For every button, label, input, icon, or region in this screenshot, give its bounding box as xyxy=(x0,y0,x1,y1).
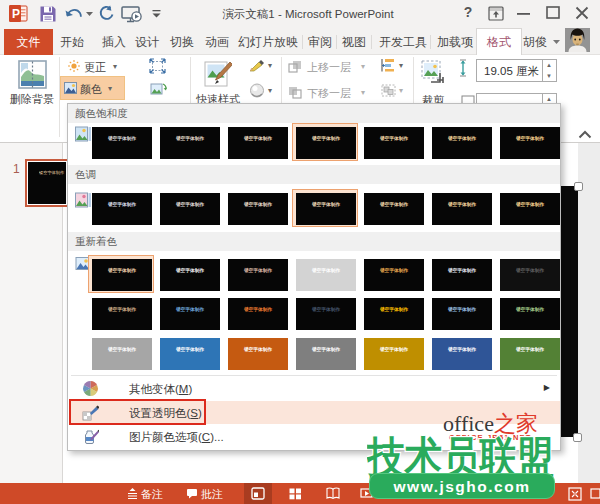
tab-file[interactable]: 文件 xyxy=(4,29,53,55)
color-thumbnail[interactable]: 镂空字体制作 xyxy=(500,127,560,159)
picture-border-icon[interactable] xyxy=(249,58,264,72)
tab-review[interactable]: 审阅 xyxy=(308,29,332,55)
selection-handle-top-right[interactable] xyxy=(574,182,583,191)
color-thumbnail[interactable]: 镂空字体制作 xyxy=(228,193,288,225)
align-objects-icon[interactable] xyxy=(381,58,395,72)
remove-background-button[interactable]: 删除背景 xyxy=(4,56,60,106)
color-thumbnail[interactable]: 镂空字体制作 xyxy=(364,127,424,159)
spin-up-icon[interactable]: ▲ xyxy=(546,96,552,102)
picture-effects-icon[interactable] xyxy=(249,83,265,98)
spin-down-icon[interactable]: ▼ xyxy=(546,73,552,79)
undo-dropdown-icon[interactable] xyxy=(86,12,93,17)
color-thumbnail[interactable]: 镂空字体制作 xyxy=(92,298,152,330)
color-thumbnail[interactable]: 镂空字体制作 xyxy=(432,127,492,159)
user-name[interactable]: 胡俊 xyxy=(523,29,547,55)
powerpoint-app-icon[interactable]: P xyxy=(8,3,29,24)
crop-button[interactable]: 裁剪 xyxy=(417,57,449,105)
color-thumbnail[interactable]: 镂空字体制作 xyxy=(432,259,492,291)
undo-icon[interactable] xyxy=(65,6,82,21)
color-thumbnail[interactable]: 镂空字体制作 xyxy=(228,298,288,330)
change-picture-icon[interactable] xyxy=(150,81,167,97)
color-button-pressed[interactable]: 颜色 ▾ xyxy=(60,76,125,100)
color-thumbnail[interactable]: 镂空字体制作 xyxy=(364,338,424,370)
ribbon-display-options-icon[interactable] xyxy=(488,6,504,21)
bring-forward-button[interactable]: 上移一层 ▾ xyxy=(285,58,373,75)
picture-color-options-icon xyxy=(82,428,99,445)
tab-view[interactable]: 视图 xyxy=(342,29,366,55)
tab-transitions[interactable]: 切换 xyxy=(170,29,194,55)
height-spin-buttons[interactable]: ▲▼ xyxy=(542,60,556,81)
color-thumbnail[interactable]: 镂空字体制作 xyxy=(160,259,220,291)
color-thumbnail[interactable]: 镂空字体制作 xyxy=(296,259,356,291)
gallery-section-title: 颜色饱和度 xyxy=(75,107,128,121)
tab-home[interactable]: 开始 xyxy=(60,29,84,55)
height-value[interactable]: 19.05 厘米 xyxy=(484,64,539,79)
color-thumbnail[interactable]: 镂空字体制作 xyxy=(364,298,424,330)
help-button[interactable]: ? xyxy=(460,4,476,20)
align-dropdown-icon[interactable]: ▾ xyxy=(399,61,403,70)
comments-icon[interactable] xyxy=(186,488,198,499)
color-thumbnail[interactable]: 镂空字体制作 xyxy=(92,193,152,225)
color-thumbnail[interactable]: 镂空字体制作 xyxy=(92,338,152,370)
tab-insert[interactable]: 插入 xyxy=(102,29,126,55)
group-objects-icon[interactable] xyxy=(381,84,396,97)
tab-addins[interactable]: 加载项 xyxy=(437,29,473,55)
comments-button[interactable]: 批注 xyxy=(201,487,223,502)
send-backward-button[interactable]: 下移一层 ▾ xyxy=(285,84,373,101)
start-slideshow-icon[interactable] xyxy=(121,6,144,23)
color-thumbnail[interactable]: 镂空字体制作 xyxy=(228,338,288,370)
color-thumbnail[interactable]: 镂空字体制作 xyxy=(160,338,220,370)
color-thumbnail[interactable]: 镂空字体制作 xyxy=(500,338,560,370)
color-thumbnail[interactable]: 镂空字体制作 xyxy=(160,193,220,225)
color-thumbnail[interactable]: 镂空字体制作 xyxy=(296,338,356,370)
corrections-button[interactable]: 更正 ▾ xyxy=(63,57,127,75)
color-thumbnail[interactable]: 镂空字体制作 xyxy=(296,298,356,330)
tab-format-active[interactable]: 格式 xyxy=(476,28,522,55)
spin-up-icon[interactable]: ▲ xyxy=(546,62,552,68)
color-thumbnail[interactable]: 镂空字体制作 xyxy=(160,127,220,159)
color-thumbnail[interactable]: 镂空字体制作 xyxy=(432,338,492,370)
tab-animations[interactable]: 动画 xyxy=(205,29,229,55)
tab-design[interactable]: 设计 xyxy=(135,29,159,55)
compress-picture-icon[interactable] xyxy=(149,58,166,74)
slide-thumbnail[interactable]: 镂空字体制作 xyxy=(25,159,69,207)
user-dropdown-icon[interactable] xyxy=(553,40,560,44)
picture-effects-dropdown-icon[interactable]: ▾ xyxy=(268,86,272,95)
notes-button[interactable]: 备注 xyxy=(141,487,163,502)
group-dropdown-icon[interactable]: ▾ xyxy=(399,86,403,95)
menu-item-more-variations[interactable]: 其他变体(M) ▶ xyxy=(69,377,560,400)
color-thumbnail[interactable]: 镂空字体制作 xyxy=(500,259,560,291)
color-thumbnail[interactable]: 镂空字体制作 xyxy=(432,298,492,330)
color-thumbnail[interactable]: 镂空字体制作 xyxy=(92,259,152,291)
minimize-icon[interactable] xyxy=(517,13,530,16)
color-thumbnail[interactable]: 镂空字体制作 xyxy=(228,127,288,159)
close-icon[interactable] xyxy=(575,6,589,20)
collapse-ribbon-icon[interactable] xyxy=(577,128,593,142)
thumbnail-text: 镂空字体制作 xyxy=(516,201,544,208)
user-avatar[interactable] xyxy=(565,28,590,52)
color-thumbnail[interactable]: 镂空字体制作 xyxy=(228,259,288,291)
picture-border-dropdown-icon[interactable]: ▾ xyxy=(268,61,272,70)
redo-icon[interactable] xyxy=(98,5,115,22)
color-thumbnail[interactable]: 镂空字体制作 xyxy=(500,298,560,330)
zoom-icon[interactable] xyxy=(590,488,600,499)
fit-to-window-icon[interactable] xyxy=(568,487,582,501)
tab-slideshow[interactable]: 幻灯片放映 xyxy=(238,29,298,55)
color-thumbnail[interactable]: 镂空字体制作 xyxy=(92,127,152,159)
color-thumbnail[interactable]: 镂空字体制作 xyxy=(364,193,424,225)
color-thumbnail[interactable]: 镂空字体制作 xyxy=(364,259,424,291)
restore-icon[interactable] xyxy=(546,6,560,19)
height-spinner[interactable]: 19.05 厘米 ▲▼ xyxy=(476,59,557,82)
tab-developer[interactable]: 开发工具 xyxy=(379,29,427,55)
color-thumbnail[interactable]: 镂空字体制作 xyxy=(296,193,356,225)
save-icon[interactable] xyxy=(39,5,57,23)
notes-icon[interactable] xyxy=(127,487,138,500)
color-thumbnail[interactable]: 镂空字体制作 xyxy=(432,193,492,225)
color-thumbnail[interactable]: 镂空字体制作 xyxy=(500,193,560,225)
color-thumbnail[interactable]: 镂空字体制作 xyxy=(160,298,220,330)
thumbnail-text: 镂空字体制作 xyxy=(380,135,408,142)
color-thumbnail[interactable]: 镂空字体制作 xyxy=(296,127,356,159)
slide-sorter-view-icon[interactable] xyxy=(289,488,302,500)
quick-styles-button[interactable]: 快速样式 xyxy=(194,57,242,105)
reading-view-icon[interactable] xyxy=(326,487,340,500)
